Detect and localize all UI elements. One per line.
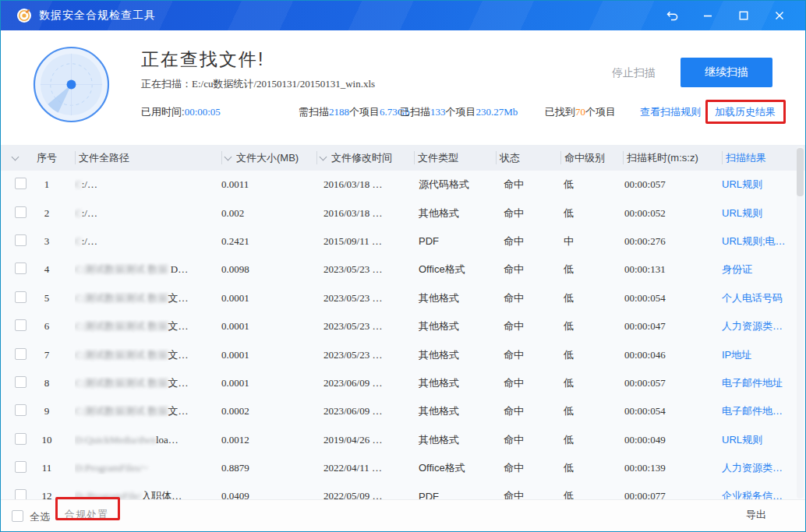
scan-result-link[interactable]: 人力资源类… [722,461,805,475]
file-type: 源代码格式 [414,178,496,192]
redacted-path: C [75,178,82,190]
compliance-handle-button[interactable]: 合规处置 [65,508,108,522]
row-index: 6 [37,320,57,333]
file-modified-date: 2023/05/23 … [316,349,414,361]
row-index: 11 [37,462,57,474]
hit-status: 命中 [496,262,560,277]
file-size: 0.8879 [221,462,316,474]
path-tail: :/… [82,178,97,190]
hit-status: 命中 [496,376,560,390]
sort-chevron-icon[interactable] [1,145,37,171]
scrollbar-thumb[interactable] [797,148,804,196]
column-header-type: 文件类型 [414,151,496,164]
row-checkbox[interactable] [15,404,27,416]
row-checkbox[interactable] [15,178,27,189]
row-index: 8 [37,377,57,389]
scan-result-link[interactable]: URL规则;电… [722,234,805,248]
table-row: 8C:测试数据测试 数据文…0.00012023/06/09 …其他格式命中低0… [1,369,805,397]
file-type: 其他格式 [414,206,496,220]
hit-level: 低 [560,319,623,333]
scan-result-link[interactable]: 电子邮件地址 [722,376,805,390]
hit-status: 命中 [496,206,560,220]
row-checkbox[interactable] [15,262,27,274]
app-logo-icon [16,8,32,23]
file-modified-date: 2022/04/11 … [316,462,414,474]
select-all-checkbox[interactable] [12,510,23,522]
sort-chevron-icon[interactable] [320,153,327,160]
row-index: 1 [37,178,57,191]
scan-duration: 00:00:052 [623,207,722,220]
table-row: 11D:ProgramFiles/~0.88792022/04/11 …Offi… [1,454,805,482]
scan-result-link[interactable]: 个人电话号码 [722,291,805,305]
row-index: 7 [37,349,57,361]
scan-duration: 00:00:131 [623,263,722,276]
file-size: 0.0002 [221,405,316,417]
scan-stats: 已用时间:00:00:05 需扫描2188个项目6.73Gb 已扫描133个项目… [1,105,805,121]
scan-duration: 00:00:139 [623,462,722,474]
items-found: 已找到70个项目 [545,105,616,119]
close-icon[interactable] [762,1,797,30]
elapsed-time: 已用时间:00:00:05 [141,105,221,119]
file-path: C:测试数据测试 数据文… [75,348,221,362]
scan-result-link[interactable]: 人力资源类… [722,319,805,333]
table-row: 3C:/…0.24212015/09/11 …PDF命中中00:00:276UR… [1,227,805,255]
table-scrollbar [797,146,804,499]
column-header-size[interactable]: 文件大小(MB) [221,151,316,164]
hit-level: 低 [560,178,623,192]
row-checkbox[interactable] [15,376,27,388]
scan-result-link[interactable]: 身份证 [722,262,805,277]
row-index: 5 [37,292,57,305]
export-button[interactable]: 导出 [746,508,766,522]
file-path: C:/… [75,178,221,191]
file-type: 其他格式 [414,291,496,305]
redacted-path: C:测试数据测试 数据 [75,320,168,332]
file-path: C:/… [75,207,221,220]
scan-result-link[interactable]: URL规则 [722,433,805,447]
row-checkbox[interactable] [15,433,27,445]
scan-result-link[interactable]: URL规则 [722,178,805,192]
hit-status: 命中 [496,461,560,475]
items-to-scan: 需扫描2188个项目6.73Gb [299,105,410,119]
redacted-path: C:测试数据测试 数据 [75,349,168,361]
row-checkbox[interactable] [15,234,27,246]
column-header-modified[interactable]: 文件修改时间 [316,151,414,164]
row-index: 10 [37,434,57,446]
column-header-index[interactable]: 序号 [37,151,57,164]
table-row: 6C:测试数据测试 数据文…0.00012023/05/23 …其他格式命中低0… [1,312,805,340]
minimize-icon[interactable] [690,1,726,30]
row-checkbox[interactable] [15,348,27,360]
scan-result-link[interactable]: 电子邮件地… [722,404,805,418]
scan-result-link[interactable]: IP地址 [722,348,805,362]
row-checkbox[interactable] [15,319,27,331]
row-checkbox[interactable] [15,291,27,303]
hit-level: 低 [560,404,623,418]
hit-level: 低 [560,376,623,390]
row-checkbox[interactable] [15,461,27,473]
file-path: C:/… [75,235,221,248]
scan-headline: 正在查找文件! [141,48,264,72]
sort-chevron-icon[interactable] [224,153,232,160]
hit-level: 低 [560,262,623,277]
view-scan-rules-link[interactable]: 查看扫描规则 [640,105,701,119]
scanning-path: E:/cu数据统计/20150131/20150131_win.xls [192,78,375,90]
scan-duration: 00:00:049 [623,434,722,446]
undo-icon[interactable] [654,1,690,30]
scan-result-link[interactable]: URL规则 [722,206,805,220]
hit-status: 命中 [496,319,560,333]
scanning-label: 正在扫描： [141,78,192,90]
file-modified-date: 2019/04/26 … [316,434,414,446]
file-type: 其他格式 [414,319,496,333]
continue-scan-button[interactable]: 继续扫描 [681,58,772,87]
load-history-link[interactable]: 加载历史结果 [715,105,776,119]
scan-status-panel: 正在查找文件! 正在扫描：E:/cu数据统计/20150131/20150131… [1,30,805,145]
table-row: 10D:QuickMedia/dwnloa…0.00122019/04/26 …… [1,426,805,454]
file-path: D:ProgramFiles/~ [75,462,221,474]
maximize-icon[interactable] [726,1,762,30]
hit-level: 中 [560,234,623,248]
table-row: 2C:/…0.0022016/03/18 …其他格式命中低00:00:052UR… [1,199,805,227]
row-checkbox[interactable] [15,206,27,218]
stop-scan-button[interactable]: 停止扫描 [603,60,665,86]
window-title: 数据安全合规检查工具 [39,9,156,23]
hit-status: 命中 [496,404,560,418]
file-modified-date: 2023/05/23 … [316,292,414,305]
